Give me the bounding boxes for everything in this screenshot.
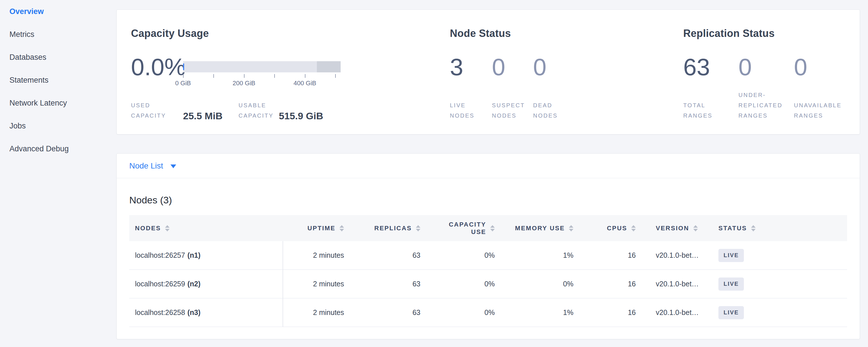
axis-tick — [335, 74, 336, 78]
usable-capacity-value: 515.9 GiB — [279, 110, 323, 122]
axis-tick — [213, 74, 214, 78]
cpus-cell: 16 — [574, 298, 636, 327]
under-replicated-ranges-label: UNDER-REPLICATED RANGES — [739, 90, 796, 121]
cluster-summary-card: Capacity Usage 0.0% 0 GiB 200 GiB 400 Gi… — [116, 9, 860, 134]
column-header-label: UPTIME — [307, 225, 336, 232]
column-header-memory-use[interactable]: MEMORY USE — [495, 215, 574, 241]
status-badge: LIVE — [718, 249, 744, 262]
usable-capacity-label: USABLE CAPACITY — [239, 100, 284, 121]
capacity-bar-used-segment — [183, 64, 184, 70]
axis-tick — [183, 74, 184, 78]
cpus-cell: 16 — [574, 270, 636, 298]
node-address-cell: localhost:26259 (n2) — [129, 270, 283, 298]
version-cell: v20.1.0-bet… — [636, 270, 718, 298]
chevron-down-icon — [170, 164, 176, 168]
column-header-cpus[interactable]: CPUS — [574, 215, 636, 241]
status-badge: LIVE — [718, 306, 744, 319]
sort-icon — [165, 225, 169, 231]
table-row[interactable]: localhost:26257 (n1) 2 minutes 63 0% 1% … — [129, 241, 847, 270]
node-address: localhost:26259 — [135, 280, 185, 288]
node-address: localhost:26257 — [135, 251, 185, 259]
status-badge: LIVE — [718, 278, 744, 291]
used-capacity-value: 25.5 MiB — [183, 110, 222, 122]
capacity-usage-title: Capacity Usage — [131, 28, 209, 39]
capacity-use-cell: 0% — [421, 298, 495, 327]
status-cell: LIVE — [718, 270, 848, 298]
axis-tick — [305, 74, 305, 78]
total-ranges-count: 63 — [683, 55, 710, 79]
unavailable-ranges-label: UNAVAILABLE RANGES — [794, 100, 854, 121]
column-header-label: CPUS — [607, 225, 627, 232]
sort-icon — [631, 225, 636, 231]
capacity-used-percent: 0.0% — [131, 55, 186, 79]
node-id: (n1) — [187, 251, 200, 259]
node-address-cell: localhost:26257 (n1) — [129, 241, 283, 270]
capacity-usage-gauge: 0 GiB 200 GiB 400 GiB — [183, 61, 341, 93]
sort-icon — [339, 225, 344, 231]
column-header-uptime[interactable]: UPTIME — [283, 215, 344, 241]
view-selector-dropdown[interactable]: Node List — [117, 154, 860, 178]
memory-use-cell: 1% — [495, 241, 574, 270]
total-ranges-label: TOTAL RANGES — [683, 100, 729, 121]
used-capacity-label: USED CAPACITY — [131, 100, 177, 121]
column-header-nodes[interactable]: NODES — [129, 215, 283, 241]
table-row[interactable]: localhost:26258 (n3) 2 minutes 63 0% 1% … — [129, 298, 847, 327]
sidebar: Overview Metrics Databases Statements Ne… — [0, 0, 115, 347]
live-nodes-count: 3 — [450, 55, 463, 79]
capacity-use-cell: 0% — [421, 241, 495, 270]
sort-icon — [569, 225, 574, 231]
dead-nodes-count: 0 — [533, 55, 547, 79]
column-header-label: VERSION — [656, 225, 689, 232]
memory-use-cell: 1% — [495, 298, 574, 327]
sidebar-item-network-latency[interactable]: Network Latency — [0, 92, 115, 115]
version-cell: v20.1.0-bet… — [636, 241, 718, 270]
dead-nodes-label: DEAD NODES — [533, 100, 569, 121]
sort-icon — [693, 225, 698, 231]
replicas-cell: 63 — [344, 270, 421, 298]
uptime-cell: 2 minutes — [283, 241, 344, 270]
column-header-label: CAPACITY USE — [435, 221, 486, 236]
nodes-table-header: NODES UPTIME REPLICAS CAPACITY USE MEMOR… — [129, 215, 847, 241]
column-header-label: MEMORY USE — [515, 225, 565, 232]
live-nodes-label: LIVE NODES — [450, 100, 486, 121]
axis-tick — [274, 74, 275, 78]
view-selector-label: Node List — [129, 161, 163, 170]
table-row[interactable]: localhost:26259 (n2) 2 minutes 63 0% 0% … — [129, 270, 847, 298]
sidebar-item-overview[interactable]: Overview — [0, 0, 115, 23]
column-header-replicas[interactable]: REPLICAS — [344, 215, 421, 241]
sort-icon — [751, 225, 755, 231]
sort-icon — [416, 225, 421, 231]
sidebar-item-jobs[interactable]: Jobs — [0, 115, 115, 137]
under-replicated-ranges-count: 0 — [739, 55, 752, 79]
node-id: (n2) — [187, 280, 200, 288]
status-cell: LIVE — [718, 241, 848, 270]
node-id: (n3) — [187, 308, 200, 317]
sidebar-item-metrics[interactable]: Metrics — [0, 23, 115, 46]
status-cell: LIVE — [718, 298, 848, 327]
sidebar-item-advanced-debug[interactable]: Advanced Debug — [0, 137, 115, 160]
axis-label-0gib: 0 GiB — [166, 80, 200, 87]
cpus-cell: 16 — [574, 241, 636, 270]
column-header-capacity-use[interactable]: CAPACITY USE — [421, 215, 495, 241]
node-address: localhost:26258 — [135, 308, 185, 317]
sidebar-item-databases[interactable]: Databases — [0, 46, 115, 69]
sidebar-item-statements[interactable]: Statements — [0, 69, 115, 92]
replicas-cell: 63 — [344, 298, 421, 327]
column-header-label: NODES — [135, 225, 161, 232]
memory-use-cell: 0% — [495, 270, 574, 298]
nodes-card: Node List Nodes (3) NODES UPTIME REPLICA… — [116, 153, 860, 339]
axis-tick — [244, 74, 245, 78]
nodes-table: NODES UPTIME REPLICAS CAPACITY USE MEMOR… — [129, 215, 847, 327]
column-header-version[interactable]: VERSION — [636, 215, 718, 241]
column-header-status[interactable]: STATUS — [718, 215, 848, 241]
suspect-nodes-count: 0 — [492, 55, 505, 79]
uptime-cell: 2 minutes — [283, 298, 344, 327]
replicas-cell: 63 — [344, 241, 421, 270]
column-divider — [283, 241, 283, 327]
sort-icon — [490, 225, 495, 231]
column-header-label: STATUS — [718, 225, 747, 232]
replication-status-title: Replication Status — [683, 28, 774, 39]
axis-label-200gib: 200 GiB — [227, 80, 261, 87]
version-cell: v20.1.0-bet… — [636, 298, 718, 327]
capacity-bar-reserved-segment — [317, 61, 341, 72]
